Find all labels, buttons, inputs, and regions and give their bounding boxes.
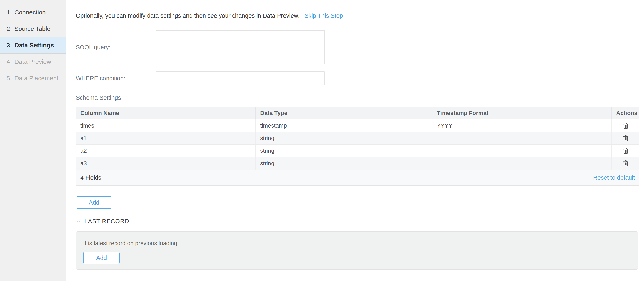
step-number: 5 xyxy=(6,75,14,82)
wizard-steps-sidebar: 1 Connection 2 Source Table 3 Data Setti… xyxy=(0,0,66,281)
table-row: times timestamp YYYY xyxy=(76,120,640,132)
header-column-name: Column Name xyxy=(76,106,255,120)
schema-settings-title: Schema Settings xyxy=(76,94,640,101)
last-record-title: LAST RECORD xyxy=(84,218,129,225)
header-actions: Actions xyxy=(611,106,640,120)
step-label: Data Settings xyxy=(14,42,54,49)
table-row: a2 string xyxy=(76,144,640,157)
cell-timestamp-format xyxy=(432,132,611,144)
last-record-description: It is latest record on previous loading. xyxy=(83,240,638,246)
cell-data-type: string xyxy=(255,132,432,144)
fields-count: 4 Fields xyxy=(80,174,101,181)
table-body: times timestamp YYYY a1 string xyxy=(76,120,640,170)
skip-this-step-link[interactable]: Skip This Step xyxy=(304,12,343,19)
cell-data-type: string xyxy=(255,144,432,157)
table-header-row: Column Name Data Type Timestamp Format A… xyxy=(76,106,640,120)
delete-row-button[interactable] xyxy=(620,144,632,157)
reset-to-default-link[interactable]: Reset to default xyxy=(593,174,635,181)
trash-icon xyxy=(622,147,629,154)
step-number: 3 xyxy=(6,42,14,49)
step-number: 4 xyxy=(6,58,14,65)
sidebar-item-connection[interactable]: 1 Connection xyxy=(0,4,66,20)
cell-timestamp-format xyxy=(432,157,611,170)
step-label: Data Placement xyxy=(14,75,58,82)
cell-column-name: a1 xyxy=(76,132,255,144)
trash-icon xyxy=(622,122,629,129)
chevron-down-icon xyxy=(76,219,81,224)
step-label: Data Preview xyxy=(14,58,51,65)
cell-timestamp-format: YYYY xyxy=(432,120,611,132)
trash-icon xyxy=(622,160,629,167)
schema-settings-table: Column Name Data Type Timestamp Format A… xyxy=(76,106,640,186)
header-timestamp-format: Timestamp Format xyxy=(432,106,611,120)
where-condition-input[interactable] xyxy=(156,72,325,85)
cell-column-name: a2 xyxy=(76,144,255,157)
cell-column-name: times xyxy=(76,120,255,132)
cell-timestamp-format xyxy=(432,144,611,157)
where-condition-label: WHERE condition: xyxy=(76,75,156,82)
cell-column-name: a3 xyxy=(76,157,255,170)
add-field-button[interactable]: Add xyxy=(76,196,112,209)
last-record-panel: It is latest record on previous loading.… xyxy=(76,231,638,270)
trash-icon xyxy=(622,135,629,142)
delete-row-button[interactable] xyxy=(620,132,632,144)
sidebar-item-data-settings[interactable]: 3 Data Settings xyxy=(0,37,66,54)
step-number: 2 xyxy=(6,25,14,32)
delete-row-button[interactable] xyxy=(620,120,632,132)
sidebar-item-data-placement: 5 Data Placement xyxy=(0,70,66,86)
intro-text: Optionally, you can modify data settings… xyxy=(76,12,300,19)
table-row: a1 string xyxy=(76,132,640,144)
step-label: Connection xyxy=(14,9,46,16)
step-number: 1 xyxy=(6,9,14,16)
soql-query-label: SOQL query: xyxy=(76,44,156,51)
step-label: Source Table xyxy=(14,25,50,32)
delete-row-button[interactable] xyxy=(620,157,632,170)
last-record-toggle[interactable]: LAST RECORD xyxy=(76,218,129,225)
add-last-record-button[interactable]: Add xyxy=(83,252,120,264)
table-row: a3 string xyxy=(76,157,640,170)
soql-query-input[interactable] xyxy=(156,30,325,64)
cell-data-type: string xyxy=(255,157,432,170)
sidebar-item-data-preview: 4 Data Preview xyxy=(0,54,66,70)
table-footer: 4 Fields Reset to default xyxy=(76,170,640,186)
data-settings-panel: Optionally, you can modify data settings… xyxy=(66,0,644,281)
sidebar-item-source-table[interactable]: 2 Source Table xyxy=(0,20,66,37)
header-data-type: Data Type xyxy=(255,106,432,120)
cell-data-type: timestamp xyxy=(255,120,432,132)
